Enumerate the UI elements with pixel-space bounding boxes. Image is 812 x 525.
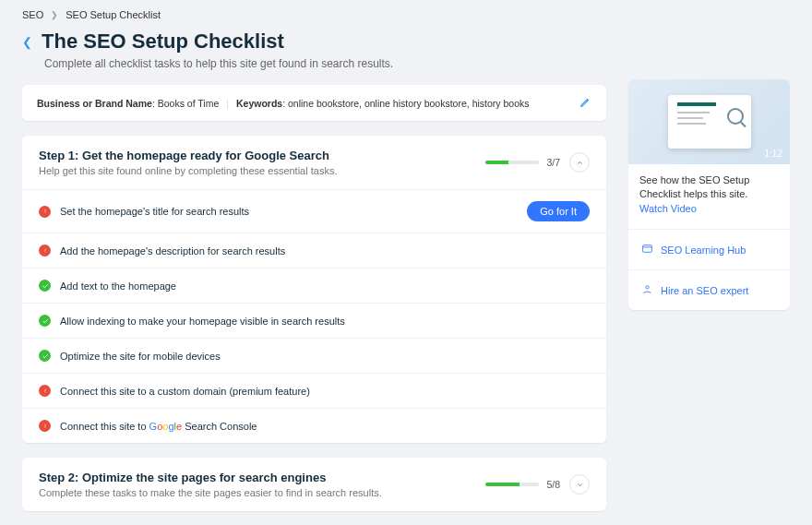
task-row[interactable]: Set the homepage's title for search resu… xyxy=(22,189,606,233)
progress: 5/8 xyxy=(485,479,560,490)
sidebar-link[interactable]: SEO Learning Hub xyxy=(628,229,790,269)
status-icon xyxy=(39,206,51,218)
go-for-it-button[interactable]: Go for It xyxy=(527,201,590,221)
status-icon xyxy=(39,350,51,362)
task-label: Connect this site to a custom domain (pr… xyxy=(60,386,590,397)
svg-rect-7 xyxy=(44,427,45,428)
status-icon xyxy=(39,280,51,292)
task-row[interactable]: Connect this site to a custom domain (pr… xyxy=(22,373,606,408)
task-label: Allow indexing to make your homepage vis… xyxy=(60,316,590,327)
task-row[interactable]: Allow indexing to make your homepage vis… xyxy=(22,303,606,338)
step-desc: Complete these tasks to make the site pa… xyxy=(39,487,485,498)
toggle-step-button[interactable] xyxy=(569,474,590,495)
step-desc: Help get this site found online by compl… xyxy=(39,165,485,176)
page-subtitle: Complete all checklist tasks to help thi… xyxy=(44,57,606,70)
svg-rect-1 xyxy=(44,212,45,213)
task-row[interactable]: Add text to the homepage xyxy=(22,268,606,303)
status-icon xyxy=(39,245,51,257)
chevron-right-icon: ❯ xyxy=(51,10,58,19)
video-thumbnail[interactable]: 1:12 xyxy=(628,79,790,164)
video-duration: 1:12 xyxy=(765,149,782,159)
meta-card: Business or Brand Name: Books of Time | … xyxy=(22,85,606,121)
svg-rect-3 xyxy=(44,252,45,253)
task-row[interactable]: Add the homepage's description for searc… xyxy=(22,233,606,268)
back-button[interactable]: ❮ xyxy=(22,35,32,49)
hub-icon xyxy=(641,243,653,257)
svg-rect-2 xyxy=(44,248,45,251)
status-icon xyxy=(39,420,51,432)
sidebar-card: 1:12 See how the SEO Setup Checklist hel… xyxy=(628,79,790,310)
toggle-step-button[interactable] xyxy=(569,152,590,173)
task-label: Set the homepage's title for search resu… xyxy=(60,206,518,217)
magnifier-icon xyxy=(727,108,744,125)
expert-icon xyxy=(641,283,653,297)
svg-rect-5 xyxy=(44,392,45,393)
sidebar-link[interactable]: Hire an SEO expert xyxy=(628,269,790,310)
status-icon xyxy=(39,315,51,327)
task-label: Add the homepage's description for searc… xyxy=(60,245,590,257)
progress: 3/7 xyxy=(485,157,560,168)
step-title: Step 2: Optimize the site pages for sear… xyxy=(39,471,485,484)
task-row[interactable]: Optimize the site for mobile devices xyxy=(22,338,606,373)
svg-point-9 xyxy=(646,286,649,289)
step-card: Step 1: Get the homepage ready for Googl… xyxy=(22,136,606,443)
svg-rect-0 xyxy=(44,209,45,212)
page-title: The SEO Setup Checklist xyxy=(42,30,284,54)
task-label: Connect this site to Google Search Conso… xyxy=(60,421,590,432)
svg-rect-6 xyxy=(44,424,45,426)
task-label: Add text to the homepage xyxy=(60,280,590,292)
step-title: Step 1: Get the homepage ready for Googl… xyxy=(39,149,485,162)
breadcrumb: SEO ❯ SEO Setup Checklist xyxy=(22,9,606,20)
status-icon xyxy=(39,385,51,397)
task-label: Optimize the site for mobile devices xyxy=(60,351,590,362)
step-card: Step 2: Optimize the site pages for sear… xyxy=(22,458,606,511)
edit-meta-button[interactable] xyxy=(579,96,591,110)
watch-video-link[interactable]: Watch Video xyxy=(639,203,697,214)
breadcrumb-root[interactable]: SEO xyxy=(22,9,43,20)
breadcrumb-current: SEO Setup Checklist xyxy=(66,9,161,20)
svg-rect-8 xyxy=(643,245,652,253)
task-row[interactable]: Connect this site to Google Search Conso… xyxy=(22,408,606,443)
svg-rect-4 xyxy=(44,388,45,391)
